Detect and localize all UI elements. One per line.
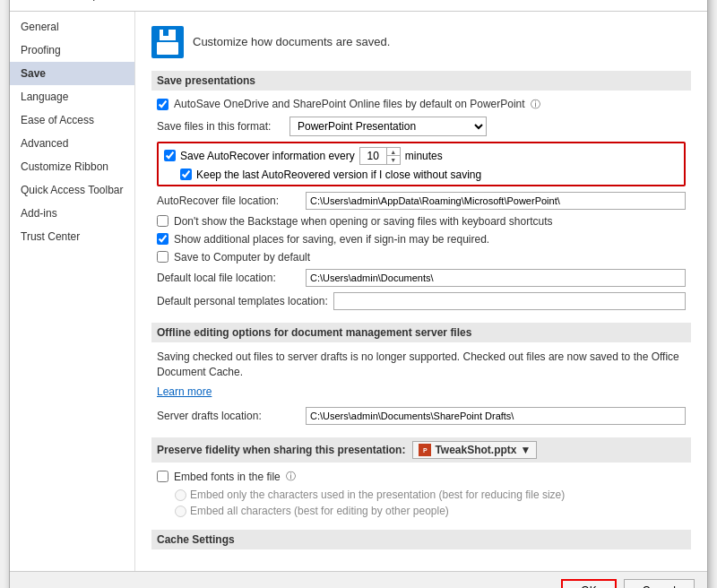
autorecover-unit: minutes <box>405 150 443 162</box>
keep-autorecover-label: Keep the last AutoReovered version if I … <box>196 169 481 181</box>
format-row: Save files in this format: PowerPoint Pr… <box>157 117 686 136</box>
title-bar: PowerPoint Options ? ✕ <box>10 0 707 12</box>
spin-up-button[interactable]: ▲ <box>387 148 400 157</box>
sidebar-item-general[interactable]: General <box>10 15 134 39</box>
autorecover-location-label: AutoRecover file location: <box>157 195 300 207</box>
spinner-value: 10 <box>360 148 387 164</box>
sidebar-item-proofing[interactable]: Proofing <box>10 39 134 62</box>
autorecover-location-row: AutoRecover file location: <box>157 192 686 210</box>
autorecover-spinner[interactable]: 10 ▲ ▼ <box>359 147 401 165</box>
dont-show-backstage-label: Don't show the Backstage when opening or… <box>174 215 553 228</box>
svg-rect-3 <box>157 42 178 55</box>
format-select[interactable]: PowerPoint Presentation PowerPoint 97-20… <box>289 117 487 136</box>
save-presentations-section: Save presentations AutoSave OneDrive and… <box>151 71 691 310</box>
offline-editing-header: Offline editing options for document man… <box>151 323 691 342</box>
show-additional-places-checkbox[interactable] <box>157 233 168 245</box>
autorecover-block: Save AutoRecover information every 10 ▲ … <box>157 142 686 186</box>
server-drafts-label: Server drafts location: <box>157 409 300 424</box>
powerpoint-options-dialog: PowerPoint Options ? ✕ GeneralProofingSa… <box>9 0 708 588</box>
dialog-footer: OK Cancel <box>10 571 707 588</box>
sidebar-item-ease-of-access[interactable]: Ease of Access <box>10 108 134 132</box>
preserve-fidelity-section: Preserve fidelity when sharing this pres… <box>151 437 691 517</box>
dont-show-backstage-checkbox[interactable] <box>157 215 168 227</box>
embed-fonts-row: Embed fonts in the file ⓘ <box>157 470 686 483</box>
autorecover-label: Save AutoRecover information every <box>180 150 355 162</box>
pptx-icon: P <box>419 444 431 456</box>
offline-editing-content: Saving checked out files to server draft… <box>151 350 691 425</box>
offline-description: Saving checked out files to server draft… <box>157 350 686 380</box>
autosave-row: AutoSave OneDrive and SharePoint Online … <box>157 98 686 111</box>
spinner-buttons: ▲ ▼ <box>387 148 400 164</box>
close-button[interactable]: ✕ <box>678 0 696 4</box>
autorecover-line2: Keep the last AutoReovered version if I … <box>164 169 678 181</box>
pptx-badge: P TweakShot.pptx ▼ <box>412 441 537 459</box>
autorecover-checkbox[interactable] <box>164 150 176 161</box>
sidebar-item-advanced[interactable]: Advanced <box>10 132 134 155</box>
ok-button[interactable]: OK <box>561 579 616 588</box>
cache-settings-section: Cache Settings <box>151 530 691 549</box>
sidebar-item-add-ins[interactable]: Add-ins <box>10 202 134 225</box>
save-to-computer-row: Save to Computer by default <box>157 251 686 264</box>
save-icon <box>151 26 184 58</box>
cancel-button[interactable]: Cancel <box>624 579 695 588</box>
keep-autorecover-checkbox[interactable] <box>180 169 192 180</box>
default-templates-row: Default personal templates location: <box>157 292 686 310</box>
dialog-content: GeneralProofingSaveLanguageEase of Acces… <box>10 12 707 571</box>
sidebar-item-trust-center[interactable]: Trust Center <box>10 225 134 248</box>
save-presentations-header: Save presentations <box>151 71 691 91</box>
embed-fonts-label: Embed fonts in the file <box>174 471 281 483</box>
sidebar-item-customize-ribbon[interactable]: Customize Ribbon <box>10 155 134 178</box>
pptx-dropdown-arrow[interactable]: ▼ <box>521 444 531 456</box>
embed-fonts-info-icon: ⓘ <box>286 470 296 483</box>
main-header: Customize how documents are saved. <box>151 26 691 58</box>
default-local-input[interactable] <box>306 269 686 287</box>
svg-rect-2 <box>163 30 168 36</box>
embed-chars-label: Embed only the characters used in the pr… <box>190 489 565 501</box>
format-label: Save files in this format: <box>157 120 282 133</box>
default-templates-input[interactable] <box>333 292 686 310</box>
server-drafts-input[interactable] <box>306 407 686 425</box>
cache-settings-header: Cache Settings <box>151 530 691 549</box>
preserve-fidelity-header: Preserve fidelity when sharing this pres… <box>151 437 691 463</box>
preserve-fidelity-label: Preserve fidelity when sharing this pres… <box>157 444 405 456</box>
sidebar-item-language[interactable]: Language <box>10 85 134 108</box>
default-local-row: Default local file location: <box>157 269 686 287</box>
sidebar-item-save[interactable]: Save <box>10 62 134 85</box>
save-presentations-content: AutoSave OneDrive and SharePoint Online … <box>151 98 691 310</box>
info-icon: ⓘ <box>531 98 540 111</box>
show-additional-places-label: Show additional places for saving, even … <box>174 233 489 246</box>
main-header-text: Customize how documents are saved. <box>193 35 390 48</box>
spin-down-button[interactable]: ▼ <box>387 156 400 164</box>
main-content: Customize how documents are saved. Save … <box>135 12 707 571</box>
preserve-fidelity-content: Embed fonts in the file ⓘ Embed only the… <box>151 470 691 517</box>
show-additional-places-row: Show additional places for saving, even … <box>157 233 686 246</box>
dialog-title: PowerPoint Options <box>21 0 124 1</box>
pptx-name: TweakShot.pptx <box>435 444 516 456</box>
dont-show-backstage-row: Don't show the Backstage when opening or… <box>157 215 686 228</box>
embed-fonts-checkbox[interactable] <box>157 471 168 482</box>
default-local-label: Default local file location: <box>157 272 300 284</box>
learn-more-link[interactable]: Learn more <box>157 385 686 400</box>
autorecover-location-input[interactable] <box>306 192 686 210</box>
embed-all-radio[interactable] <box>175 506 186 517</box>
autorecover-line1: Save AutoRecover information every 10 ▲ … <box>164 147 678 165</box>
embed-chars-row: Embed only the characters used in the pr… <box>157 489 686 501</box>
help-button[interactable]: ? <box>657 0 675 4</box>
default-templates-label: Default personal templates location: <box>157 295 328 307</box>
title-bar-controls: ? ✕ <box>657 0 696 4</box>
offline-editing-section: Offline editing options for document man… <box>151 323 691 425</box>
save-to-computer-checkbox[interactable] <box>157 251 168 263</box>
sidebar: GeneralProofingSaveLanguageEase of Acces… <box>10 12 135 571</box>
autosave-label: AutoSave OneDrive and SharePoint Online … <box>174 98 525 110</box>
embed-all-label: Embed all characters (best for editing b… <box>190 505 449 517</box>
sidebar-item-quick-access-toolbar[interactable]: Quick Access Toolbar <box>10 178 134 202</box>
server-drafts-row: Server drafts location: <box>157 407 686 425</box>
embed-all-row: Embed all characters (best for editing b… <box>157 505 686 517</box>
embed-chars-radio[interactable] <box>175 489 186 501</box>
autosave-checkbox[interactable] <box>157 99 168 110</box>
save-to-computer-label: Save to Computer by default <box>174 251 310 264</box>
